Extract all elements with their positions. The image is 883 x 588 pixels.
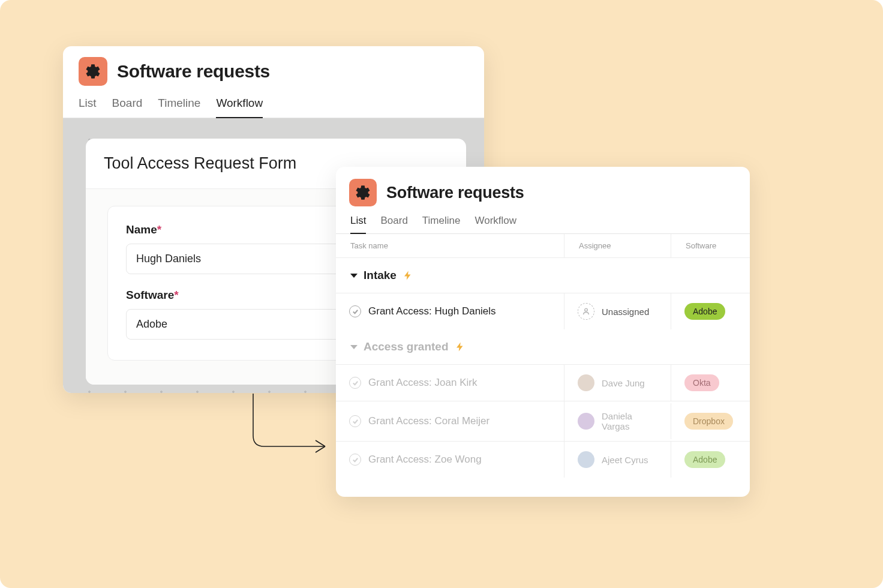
connector-arrow: [247, 394, 337, 466]
section-granted[interactable]: Access granted: [336, 329, 750, 364]
avatar[interactable]: [578, 413, 594, 430]
task-row[interactable]: Grant Access: Hugh Daniels Unassigned Ad…: [336, 293, 750, 329]
task-name: Grant Access: Joan Kirk: [368, 377, 477, 389]
card-title: Software requests: [117, 61, 270, 82]
tab-timeline[interactable]: Timeline: [422, 215, 461, 233]
assignee-name: Ajeet Cyrus: [602, 455, 648, 465]
stage: Software requests List Board Timeline Wo…: [0, 0, 883, 588]
complete-toggle[interactable]: [349, 377, 361, 389]
assignee-name: Dave Jung: [602, 378, 645, 388]
required-mark: *: [174, 289, 178, 301]
col-assignee: Assignee: [564, 234, 671, 257]
software-label-text: Software: [126, 289, 174, 301]
section-label: Access granted: [364, 340, 449, 353]
complete-toggle[interactable]: [349, 305, 361, 317]
assignee-name: Unassigned: [602, 307, 649, 317]
complete-toggle[interactable]: [349, 415, 361, 427]
bolt-icon: [403, 270, 413, 281]
avatar[interactable]: [578, 451, 594, 468]
task-row[interactable]: Grant Access: Zoe Wong Ajeet Cyrus Adobe: [336, 441, 750, 478]
task-name: Grant Access: Coral Meijer: [368, 415, 489, 427]
tab-list[interactable]: List: [350, 215, 366, 234]
tab-timeline[interactable]: Timeline: [158, 97, 200, 118]
list-card: Software requests List Board Timeline Wo…: [336, 167, 750, 497]
gear-icon: [349, 179, 377, 206]
chevron-down-icon: [350, 345, 358, 349]
assignee-name: Daniela Vargas: [602, 411, 657, 431]
tab-board[interactable]: Board: [380, 215, 407, 233]
required-mark: *: [157, 223, 161, 236]
software-tag[interactable]: Adobe: [684, 303, 725, 320]
tab-workflow[interactable]: Workflow: [216, 97, 263, 118]
task-name: Grant Access: Hugh Daniels: [368, 305, 496, 317]
software-tag[interactable]: Okta: [684, 374, 719, 391]
gear-icon: [79, 57, 107, 86]
tab-list[interactable]: List: [79, 97, 97, 118]
section-label: Intake: [364, 269, 397, 282]
complete-toggle[interactable]: [349, 454, 361, 466]
task-row[interactable]: Grant Access: Joan Kirk Dave Jung Okta: [336, 364, 750, 401]
col-task: Task name: [336, 234, 564, 257]
avatar[interactable]: [578, 374, 594, 391]
name-label-text: Name: [126, 223, 157, 236]
section-intake[interactable]: Intake: [336, 258, 750, 293]
person-icon[interactable]: [578, 303, 594, 320]
task-name: Grant Access: Zoe Wong: [368, 454, 482, 466]
chevron-down-icon: [350, 274, 358, 278]
card-title: Software requests: [386, 184, 524, 202]
task-row[interactable]: Grant Access: Coral Meijer Daniela Varga…: [336, 401, 750, 441]
tab-board[interactable]: Board: [112, 97, 143, 118]
software-tag[interactable]: Dropbox: [684, 413, 733, 430]
tab-workflow[interactable]: Workflow: [474, 215, 516, 233]
tab-bar: List Board Timeline Workflow: [63, 86, 484, 118]
bolt-icon: [455, 341, 465, 352]
card-header: Software requests: [336, 167, 750, 206]
card-header: Software requests: [63, 46, 484, 86]
col-software: Software: [671, 234, 750, 257]
column-header-row: Task name Assignee Software: [336, 234, 750, 258]
software-tag[interactable]: Adobe: [684, 451, 725, 468]
tab-bar: List Board Timeline Workflow: [336, 206, 750, 234]
svg-point-0: [585, 308, 588, 311]
